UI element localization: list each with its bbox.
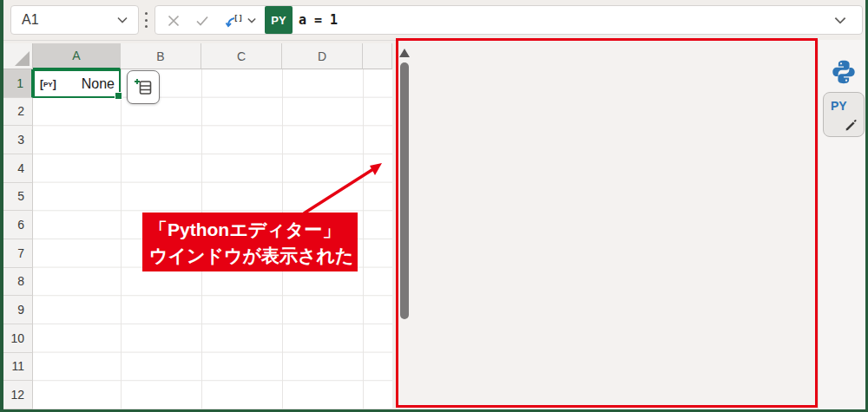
row-header-9[interactable]: 9 xyxy=(3,296,33,324)
cell-a1-value: None xyxy=(56,76,119,92)
enter-icon[interactable] xyxy=(195,14,209,28)
row-header-10[interactable]: 10 xyxy=(3,324,33,353)
column-header-partial[interactable] xyxy=(363,43,392,69)
row-header-12[interactable]: 12 xyxy=(3,381,33,409)
row-header-7[interactable]: 7 xyxy=(3,239,33,268)
formula-toolbar: A1 [] PY a = 1 xyxy=(3,0,865,41)
column-headers: ABCD xyxy=(33,43,392,69)
name-box-chevron-icon[interactable] xyxy=(117,16,128,23)
python-editor-tab-label: PY xyxy=(831,99,847,113)
formula-text[interactable]: a = 1 xyxy=(299,12,338,28)
kebab-separator-icon xyxy=(141,10,150,29)
cell-a1[interactable]: [PY] None xyxy=(33,69,121,98)
column-header-C[interactable]: C xyxy=(201,43,282,69)
row-header-5[interactable]: 5 xyxy=(3,183,33,212)
column-header-A[interactable]: A xyxy=(33,43,121,69)
name-box-value: A1 xyxy=(11,12,117,28)
row-header-1[interactable]: 1 xyxy=(3,69,33,98)
column-header-D[interactable]: D xyxy=(282,43,363,69)
cancel-icon[interactable] xyxy=(167,14,181,28)
vertical-scrollbar-thumb[interactable] xyxy=(400,62,409,319)
column-header-B[interactable]: B xyxy=(121,43,201,69)
row-headers: 123456789101112 xyxy=(3,69,33,409)
row-header-6[interactable]: 6 xyxy=(3,211,33,239)
row-header-8[interactable]: 8 xyxy=(3,268,33,297)
python-insert-function-icon[interactable]: [] xyxy=(224,14,243,29)
python-mode-badge: PY xyxy=(265,6,293,34)
fill-handle[interactable] xyxy=(115,92,122,100)
row-header-4[interactable]: 4 xyxy=(3,154,33,183)
python-editor-pane-tab[interactable]: PY xyxy=(823,92,865,137)
scroll-up-arrow-icon[interactable] xyxy=(399,49,410,57)
annotation-callout: 「Pythonエディター」 ウインドウが表示された xyxy=(142,213,358,271)
data-card-icon xyxy=(134,78,153,97)
formula-bar[interactable]: [] PY a = 1 xyxy=(155,5,863,35)
row-header-11[interactable]: 11 xyxy=(3,353,33,382)
formula-bar-expand-chevron-icon[interactable] xyxy=(834,16,846,24)
python-logo-icon[interactable] xyxy=(831,59,857,85)
annotation-line2: ウインドウが表示された xyxy=(149,243,358,269)
name-box[interactable]: A1 xyxy=(10,5,139,35)
insert-function-chevron-icon[interactable] xyxy=(247,17,256,23)
svg-text:[]: [] xyxy=(233,14,243,23)
python-editor-pane: Python エディター すべての Python セル Sheet1 A1 xyxy=(396,38,818,409)
excel-window: A1 [] PY a = 1 ABCD 123456789101112 xyxy=(0,0,868,412)
select-all-triangle-icon xyxy=(15,51,30,66)
python-cell-marker: [PY] xyxy=(35,78,56,90)
annotation-line1: 「Pythonエディター」 xyxy=(149,217,358,243)
row-header-2[interactable]: 2 xyxy=(3,98,33,127)
pane-switcher-sidebar: PY xyxy=(818,40,868,409)
pencil-icon xyxy=(844,117,858,131)
insert-data-card-button[interactable] xyxy=(127,70,160,104)
row-header-3[interactable]: 3 xyxy=(3,126,33,154)
select-all-button[interactable] xyxy=(3,43,33,69)
